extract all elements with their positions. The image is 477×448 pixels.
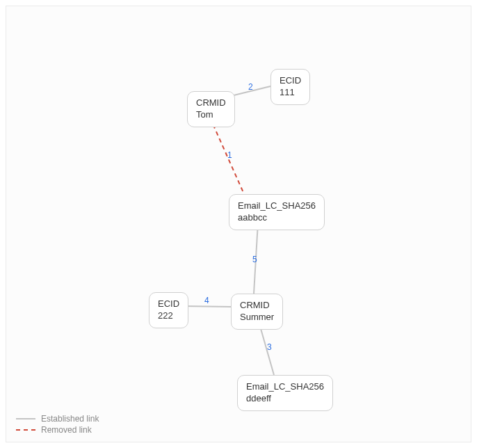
node-type: CRMID bbox=[196, 97, 226, 109]
node-type: ECID bbox=[158, 298, 179, 310]
legend-row-removed: Removed link bbox=[16, 425, 99, 435]
node-value: 222 bbox=[158, 310, 179, 322]
edge-label: 3 bbox=[267, 342, 272, 352]
edge-label: 1 bbox=[227, 150, 232, 160]
graph-canvas: 2 1 5 4 3 CRMID Tom ECID 111 Email_LC_SH… bbox=[6, 6, 471, 442]
legend-swatch-solid bbox=[16, 418, 35, 419]
node-email-aabbcc[interactable]: Email_LC_SHA256 aabbcc bbox=[229, 194, 325, 230]
node-value: 111 bbox=[280, 87, 301, 99]
node-type: CRMID bbox=[240, 300, 274, 312]
node-value: Tom bbox=[196, 109, 226, 121]
edge-established bbox=[254, 223, 258, 294]
edge-removed bbox=[210, 118, 244, 194]
edge-established bbox=[181, 306, 232, 307]
node-type: Email_LC_SHA256 bbox=[238, 200, 316, 212]
legend: Established link Removed link bbox=[16, 413, 99, 435]
node-crmid-tom[interactable]: CRMID Tom bbox=[187, 91, 235, 127]
node-ecid-222[interactable]: ECID 222 bbox=[149, 292, 188, 328]
node-type: Email_LC_SHA256 bbox=[246, 381, 324, 393]
node-ecid-111[interactable]: ECID 111 bbox=[270, 69, 310, 105]
legend-label: Removed link bbox=[41, 425, 92, 435]
node-value: ddeeff bbox=[246, 393, 324, 405]
node-type: ECID bbox=[280, 75, 301, 87]
node-email-ddeeff[interactable]: Email_LC_SHA256 ddeeff bbox=[237, 375, 333, 411]
edge-label: 5 bbox=[252, 255, 257, 264]
legend-label: Established link bbox=[41, 414, 99, 424]
legend-row-established: Established link bbox=[16, 414, 99, 424]
node-value: Summer bbox=[240, 312, 274, 323]
node-crmid-summer[interactable]: CRMID Summer bbox=[231, 294, 283, 330]
legend-swatch-dashed bbox=[16, 429, 35, 431]
edge-label: 2 bbox=[248, 82, 253, 92]
edge-label: 4 bbox=[204, 296, 209, 305]
node-value: aabbcc bbox=[238, 212, 316, 224]
